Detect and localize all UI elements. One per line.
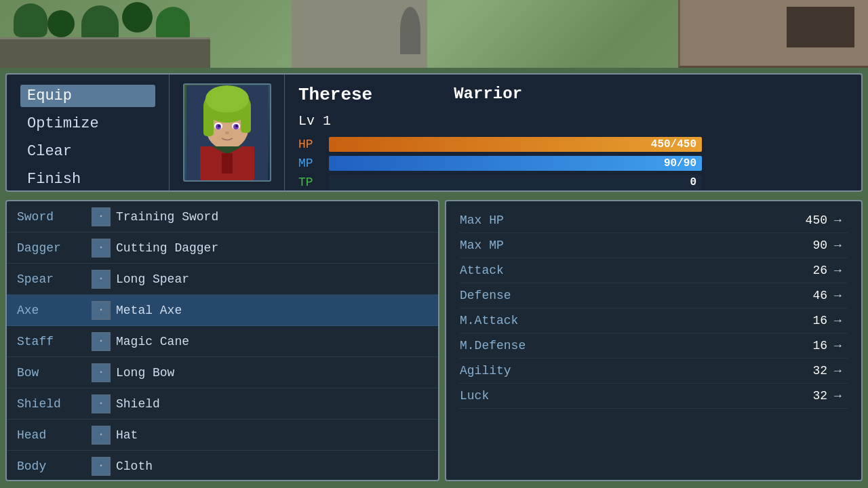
char-avatar [170,75,285,190]
equip-item-icon: ▪ [92,301,111,320]
stat-row: Max MP90→ [460,233,848,258]
stat-name-label: M.Defense [460,339,787,352]
equip-slot-name: Bow [17,366,92,380]
hp-value: 450/450 [651,138,696,150]
equip-item-icon: ▪ [92,332,111,351]
svg-rect-15 [222,153,233,174]
stat-value: 32 [787,389,827,403]
mp-bar-bg: 90/90 [329,156,702,171]
hp-label: HP [298,138,322,151]
menu-item-finish[interactable]: Finish [20,168,155,190]
equip-slot-name: Dagger [17,241,92,255]
stat-row: M.Defense16→ [460,333,848,359]
stat-arrow-icon: → [834,239,848,252]
equip-item-name: Training Sword [116,210,218,224]
equip-item-icon: ▪ [92,426,111,445]
equip-item-name: Shield [116,397,160,411]
equip-item-icon: ▪ [92,457,111,476]
char-panel: Equip Optimize Clear Finish [5,73,863,192]
menu-item-optimize[interactable]: Optimize [20,113,155,135]
stat-name-label: Defense [460,289,787,302]
stat-value: 16 [787,314,827,327]
equip-item-icon: ▪ [92,239,111,258]
stat-row: Max HP450→ [460,208,848,233]
bottom-panels: Sword▪Training SwordDagger▪Cutting Dagge… [5,200,863,481]
game-map [0,0,868,68]
equip-item-icon: ▪ [92,207,111,226]
stat-name-label: Agility [460,364,787,378]
stat-arrow-icon: → [834,364,848,378]
stat-row: Attack26→ [460,258,848,283]
equip-row[interactable]: Shield▪Shield [7,388,438,420]
equip-slot-name: Axe [17,304,92,317]
stat-row: Defense46→ [460,283,848,308]
stats-panel: Max HP450→Max MP90→Attack26→Defense46→M.… [445,200,863,481]
menu-item-clear[interactable]: Clear [20,140,155,163]
menu-item-equip[interactable]: Equip [20,85,155,107]
equip-item-name: Cutting Dagger [116,241,218,255]
stat-arrow-icon: → [834,314,848,327]
equip-item-icon: ▪ [92,394,111,413]
equip-slot-name: Spear [17,272,92,286]
equip-item-name: Magic Cane [116,335,189,348]
equip-slot-name: Sword [17,210,92,224]
mp-value: 90/90 [664,157,696,169]
equip-item-name: Long Spear [116,272,189,286]
equip-item-icon: ▪ [92,363,111,382]
equip-row[interactable]: Staff▪Magic Cane [7,326,438,357]
equip-slot-name: Body [17,460,92,473]
equip-row[interactable]: Body▪Cloth [7,451,438,481]
equip-row[interactable]: Dagger▪Cutting Dagger [7,232,438,264]
ui-container: Equip Optimize Clear Finish [0,68,868,488]
equip-row[interactable]: Head▪Hat [7,420,438,451]
equip-item-name: Hat [116,428,138,442]
equip-item-name: Long Bow [116,366,174,380]
svg-point-14 [225,131,229,134]
equipment-list: Sword▪Training SwordDagger▪Cutting Dagge… [5,200,439,481]
equip-row[interactable]: Sword▪Training Sword [7,201,438,232]
stat-value: 16 [787,339,827,352]
equip-item-name: Cloth [116,460,153,473]
svg-point-7 [205,85,249,113]
stat-name-label: Max MP [460,239,787,252]
svg-point-13 [235,125,238,127]
stat-name-label: M.Attack [460,314,787,327]
character-class: Warrior [454,85,522,108]
stat-value: 32 [787,364,827,378]
stat-value: 90 [787,239,827,252]
stat-value: 450 [787,214,827,227]
avatar-frame [183,83,271,182]
character-portrait [186,85,268,180]
stat-value: 46 [787,289,827,302]
equip-row[interactable]: Axe▪Metal Axe [7,295,438,326]
stat-row: M.Attack16→ [460,308,848,333]
left-menu: Equip Optimize Clear Finish [7,75,170,190]
mp-label: MP [298,157,322,170]
stat-arrow-icon: → [834,264,848,277]
stat-name-label: Max HP [460,214,787,227]
equip-row[interactable]: Bow▪Long Bow [7,357,438,388]
stat-name-label: Attack [460,264,787,277]
stat-value: 26 [787,264,827,277]
equip-slot-name: Shield [17,397,92,411]
tp-label: TP [298,176,322,189]
equip-row[interactable]: Spear▪Long Spear [7,264,438,295]
tp-bar-container: TP 0 [298,175,848,190]
char-stats: Therese Warrior Lv 1 HP 450/450 MP 90/90 [285,75,861,190]
mp-bar-container: MP 90/90 [298,156,848,171]
equip-item-name: Metal Axe [116,304,182,317]
character-name: Therese [298,85,372,105]
equip-slot-name: Staff [17,335,92,348]
stat-arrow-icon: → [834,339,848,352]
stat-arrow-icon: → [834,389,848,403]
hp-bar-container: HP 450/450 [298,137,848,152]
mp-bar-fill [329,156,702,171]
stat-row: Luck32→ [460,384,848,409]
svg-point-12 [218,125,220,127]
hp-bar-fill [329,137,702,152]
stat-name-label: Luck [460,389,787,403]
equip-slot-name: Head [17,428,92,442]
stat-row: Agility32→ [460,359,848,384]
stat-arrow-icon: → [834,289,848,302]
stat-arrow-icon: → [834,214,848,227]
